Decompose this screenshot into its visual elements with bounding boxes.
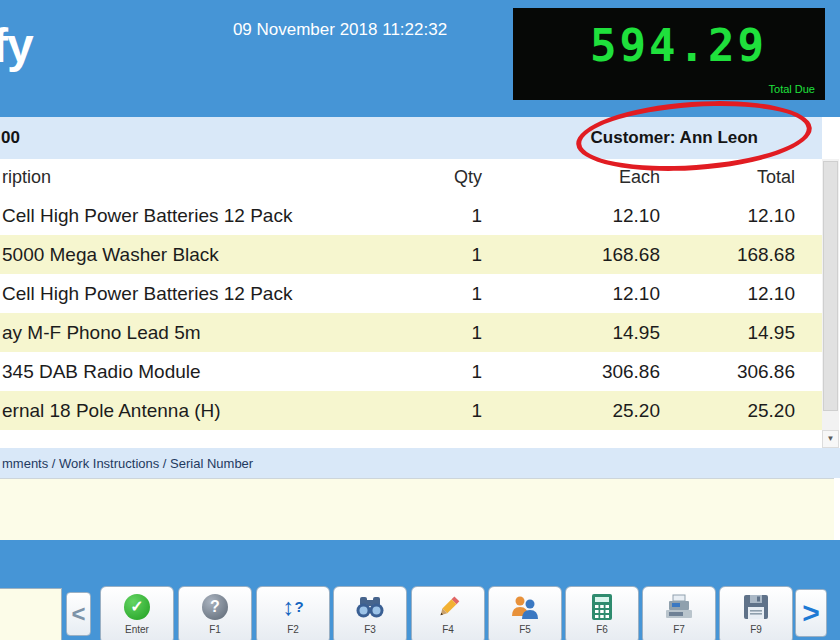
f7-till-button[interactable]: F7	[642, 586, 716, 640]
f2-lookup-button[interactable]: ↕? F2	[256, 586, 330, 640]
item-total: 14.95	[660, 313, 822, 352]
item-description: Cell High Power Batteries 12 Pack	[0, 196, 400, 235]
item-each: 12.10	[490, 274, 660, 313]
item-description: Cell High Power Batteries 12 Pack	[0, 274, 400, 313]
item-qty: 1	[400, 196, 490, 235]
check-circle-icon: ✓	[101, 590, 173, 624]
button-label: F7	[643, 624, 715, 635]
f9-save-button[interactable]: F9	[719, 586, 793, 640]
sale-ref: 00	[0, 128, 20, 148]
item-each: 306.86	[490, 352, 660, 391]
f5-customers-button[interactable]: F5	[488, 586, 562, 640]
button-label: F5	[489, 624, 561, 635]
updown-question-icon: ↕?	[257, 590, 329, 624]
item-qty: 1	[400, 313, 490, 352]
item-total: 25.20	[660, 391, 822, 430]
chevron-right-icon: >	[802, 596, 820, 629]
table-row[interactable]: ernal 18 Pole Antenna (H) 1 25.20 25.20	[0, 391, 822, 430]
item-each: 25.20	[490, 391, 660, 430]
chevron-left-icon: <	[71, 600, 85, 627]
prev-page-button[interactable]: <	[66, 592, 91, 636]
col-each-header: Each	[490, 159, 660, 196]
button-label: F1	[179, 624, 251, 635]
till-icon	[643, 590, 715, 624]
comments-label-bar: mments / Work Instructions / Serial Numb…	[0, 448, 840, 478]
comments-input[interactable]	[0, 478, 834, 540]
item-description: ay M-F Phono Lead 5m	[0, 313, 400, 352]
help-icon: ?	[179, 590, 251, 624]
button-label: F3	[334, 624, 406, 635]
button-label: F2	[257, 624, 329, 635]
col-total-header: Total	[660, 159, 822, 196]
calculator-icon	[566, 590, 638, 624]
save-icon	[720, 590, 792, 624]
col-description-header: ription	[0, 159, 400, 196]
customer-banner: 00 Customer: Ann Leon	[0, 117, 822, 159]
item-description: ernal 18 Pole Antenna (H)	[0, 391, 400, 430]
button-label: F6	[566, 624, 638, 635]
f3-search-button[interactable]: F3	[333, 586, 407, 640]
table-scrollbar[interactable]: ▼	[822, 159, 839, 448]
table-header: ription Qty Each Total	[0, 159, 822, 196]
led-display: 594.29 Total Due	[513, 8, 825, 100]
led-total-due-label: Total Due	[769, 83, 815, 95]
f6-calculator-button[interactable]: F6	[565, 586, 639, 640]
table-row[interactable]: Cell High Power Batteries 12 Pack 1 12.1…	[0, 196, 822, 235]
enter-button[interactable]: ✓ Enter	[100, 586, 174, 640]
item-each: 14.95	[490, 313, 660, 352]
item-qty: 1	[400, 352, 490, 391]
item-description: 5000 Mega Washer Black	[0, 235, 400, 274]
pencil-icon	[412, 590, 484, 624]
led-amount: 594.29	[590, 20, 767, 71]
item-qty: 1	[400, 235, 490, 274]
customer-name: Customer: Ann Leon	[591, 128, 758, 148]
item-qty: 1	[400, 391, 490, 430]
button-label: F9	[720, 624, 792, 635]
item-total: 168.68	[660, 235, 822, 274]
table-row[interactable]: 5000 Mega Washer Black 1 168.68 168.68	[0, 235, 822, 274]
table-row[interactable]: 345 DAB Radio Module 1 306.86 306.86	[0, 352, 822, 391]
scrollbar-down-icon[interactable]: ▼	[822, 430, 839, 448]
item-total: 306.86	[660, 352, 822, 391]
item-total: 12.10	[660, 196, 822, 235]
items-table: ription Qty Each Total Cell High Power B…	[0, 159, 822, 448]
item-description: 345 DAB Radio Module	[0, 352, 400, 391]
scrollbar-thumb[interactable]	[823, 161, 838, 411]
button-label: Enter	[101, 624, 173, 635]
col-qty-header: Qty	[400, 159, 490, 196]
button-label: F4	[412, 624, 484, 635]
next-page-button[interactable]: >	[795, 589, 827, 637]
item-each: 12.10	[490, 196, 660, 235]
f1-help-button[interactable]: ? F1	[178, 586, 252, 640]
f4-edit-button[interactable]: F4	[411, 586, 485, 640]
item-total: 12.10	[660, 274, 822, 313]
corner-input[interactable]	[0, 588, 62, 640]
top-bar: fy 09 November 2018 11:22:32 594.29 Tota…	[0, 0, 840, 117]
table-row[interactable]: ay M-F Phono Lead 5m 1 14.95 14.95	[0, 313, 822, 352]
item-each: 168.68	[490, 235, 660, 274]
table-row[interactable]: Cell High Power Batteries 12 Pack 1 12.1…	[0, 274, 822, 313]
item-qty: 1	[400, 274, 490, 313]
comments-label: mments / Work Instructions / Serial Numb…	[0, 456, 253, 471]
customers-icon	[489, 590, 561, 624]
binoculars-icon	[334, 590, 406, 624]
pos-screen: fy 09 November 2018 11:22:32 594.29 Tota…	[0, 0, 840, 640]
